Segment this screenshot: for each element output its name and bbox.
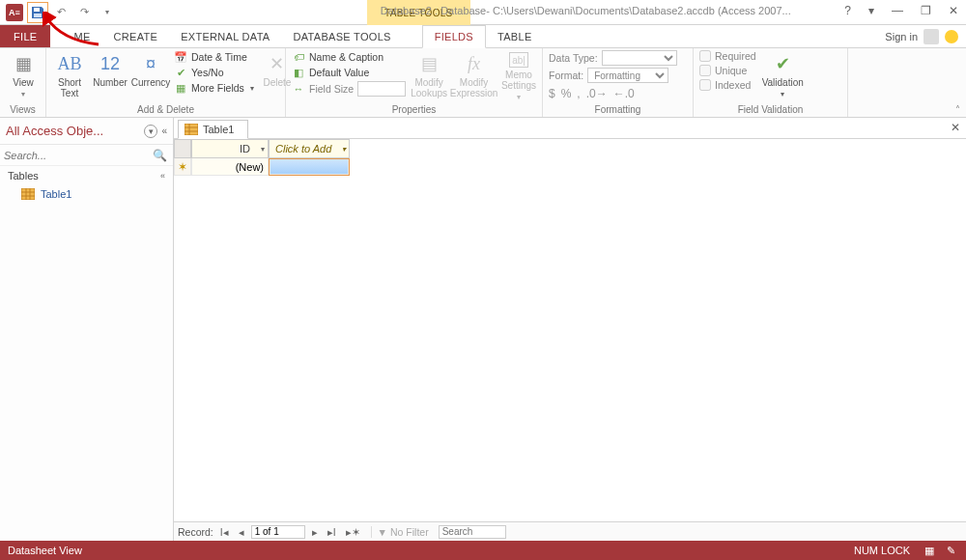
record-label: Record:: [178, 526, 213, 538]
data-type-select[interactable]: [602, 50, 677, 66]
view-button[interactable]: ▦ View ▾: [6, 50, 41, 98]
tab-create[interactable]: CREATE: [102, 25, 170, 47]
table-icon: [21, 188, 35, 200]
last-record-button[interactable]: ▸I: [325, 526, 339, 538]
doc-tab-table1[interactable]: Table1: [178, 120, 248, 139]
currency-button[interactable]: ¤ Currency: [133, 50, 168, 88]
svg-rect-1: [34, 14, 42, 17]
undo-button[interactable]: ↶: [50, 2, 71, 23]
indexed-checkbox[interactable]: Indexed: [699, 79, 756, 91]
more-fields-button[interactable]: ▦More Fields▾: [174, 81, 254, 95]
view-label: View: [13, 77, 34, 88]
nav-search-input[interactable]: [4, 150, 151, 161]
nav-collapse-icon[interactable]: «: [161, 126, 167, 136]
modify-lookups-button: ▤Modify Lookups: [412, 50, 446, 98]
grid-new-row[interactable]: ✶ (New): [174, 158, 966, 176]
group-views-label: Views: [6, 103, 40, 117]
quick-access-toolbar: A≡ ↶ ↷ ▾: [0, 2, 118, 23]
maximize-button[interactable]: ❐: [917, 2, 935, 19]
feedback-smiley-icon[interactable]: [945, 30, 958, 43]
column-header-add[interactable]: Click to Add▾: [269, 139, 350, 158]
default-icon: ◧: [292, 66, 305, 79]
tag-icon: 🏷: [292, 50, 305, 64]
group-validation-label: Field Validation: [699, 103, 841, 117]
tab-database-tools[interactable]: DATABASE TOOLS: [281, 25, 402, 47]
chevron-down-icon[interactable]: ▾: [342, 145, 346, 154]
qa-customize-dropdown[interactable]: ▾: [97, 2, 118, 23]
currency-format-icon: $: [549, 87, 555, 100]
chevron-down-icon[interactable]: ▾: [261, 145, 265, 154]
calendar-icon: 📅: [174, 50, 187, 64]
select-all-cell[interactable]: [174, 139, 191, 158]
group-views: ▦ View ▾ Views: [0, 48, 46, 117]
status-view-label: Datasheet View: [8, 545, 82, 556]
validation-button[interactable]: ✔ Validation ▾: [762, 50, 804, 98]
minimize-button[interactable]: —: [888, 2, 907, 19]
next-record-button[interactable]: ▸: [309, 526, 321, 538]
record-search-input[interactable]: [439, 525, 506, 539]
numlock-indicator: NUM LOCK: [854, 545, 910, 556]
search-icon[interactable]: 🔍: [151, 149, 169, 162]
yes-no-button[interactable]: ✔Yes/No: [174, 66, 254, 79]
new-row-icon: ✶: [178, 160, 187, 174]
tab-file[interactable]: FILE: [0, 25, 50, 47]
document-tabs: Table1 ✕: [174, 118, 966, 139]
group-formatting-label: Formatting: [549, 103, 687, 117]
design-view-icon[interactable]: ✎: [943, 544, 958, 557]
redo-button[interactable]: ↷: [73, 2, 95, 23]
required-checkbox[interactable]: Required: [699, 50, 756, 62]
svg-rect-7: [185, 124, 198, 135]
datasheet-view-icon[interactable]: ▦: [922, 544, 937, 557]
signin-area[interactable]: Sign in: [885, 25, 958, 48]
nav-header[interactable]: All Access Obje... ▾ «: [0, 118, 173, 145]
svg-rect-2: [21, 188, 35, 200]
tab-external-data[interactable]: EXTERNAL DATA: [169, 25, 281, 47]
row-selector[interactable]: ✶: [174, 158, 191, 176]
window-title: Database2 : Database- C:\Users\Dewani\Do…: [381, 5, 791, 16]
modify-expression-button: fxModify Expression: [452, 50, 496, 98]
number-button[interactable]: 12 Number: [93, 50, 128, 88]
group-properties: 🏷Name & Caption ◧Default Value ↔Field Si…: [286, 48, 543, 117]
group-validation: Required Unique Indexed ✔ Validation ▾ F…: [694, 48, 848, 117]
ribbon-collapse-icon[interactable]: ˄: [955, 104, 960, 115]
no-filter-indicator[interactable]: ▼No Filter: [371, 526, 429, 538]
nav-group-tables[interactable]: Tables «: [0, 166, 173, 185]
field-size-icon: ↔: [292, 82, 305, 96]
doc-close-button[interactable]: ✕: [951, 121, 960, 134]
first-record-button[interactable]: I◂: [217, 526, 232, 538]
cell-add-new[interactable]: [269, 158, 350, 176]
comma-format-icon: ,: [577, 87, 580, 100]
ribbon-collapse-button[interactable]: ▾: [865, 2, 878, 19]
tab-table[interactable]: TABLE: [486, 25, 544, 47]
data-type-row: Data Type:: [549, 50, 677, 66]
nav-menu-icon[interactable]: ▾: [144, 125, 157, 138]
group-add-delete-label: Add & Delete: [52, 103, 279, 117]
unique-checkbox[interactable]: Unique: [699, 65, 756, 76]
save-button[interactable]: [27, 2, 48, 23]
format-row: Format: Formatting: [549, 68, 668, 83]
table-icon: [185, 124, 198, 135]
record-position-input[interactable]: [251, 525, 305, 539]
close-button[interactable]: ✕: [945, 2, 962, 19]
add-delete-mini: 📅Date & Time ✔Yes/No ▦More Fields▾: [174, 50, 254, 95]
column-header-id[interactable]: ID▾: [191, 139, 269, 158]
default-value-button: ◧Default Value: [292, 66, 406, 79]
more-fields-icon: ▦: [174, 81, 187, 95]
help-button[interactable]: ?: [840, 2, 855, 19]
datasheet-area: Table1 ✕ ID▾ Click to Add▾ ✶ (New) Recor…: [174, 118, 966, 541]
format-select[interactable]: Formatting: [587, 68, 668, 83]
nav-group-collapse-icon[interactable]: «: [160, 171, 165, 181]
prev-record-button[interactable]: ◂: [236, 526, 247, 538]
name-caption-button: 🏷Name & Caption: [292, 50, 406, 64]
date-time-button[interactable]: 📅Date & Time: [174, 50, 254, 64]
tab-fields[interactable]: FIELDS: [422, 25, 486, 48]
tab-home[interactable]: ME: [50, 25, 101, 47]
short-text-button[interactable]: AB Short Text: [52, 50, 87, 98]
signin-label: Sign in: [885, 31, 918, 42]
filter-icon: ▼: [378, 526, 387, 538]
decrease-decimal-icon: ←.0: [613, 87, 635, 100]
doc-tab-label: Table1: [203, 124, 234, 135]
nav-item-table1[interactable]: Table1: [0, 185, 173, 203]
cell-id-new[interactable]: (New): [191, 158, 269, 176]
new-record-button[interactable]: ▸✶: [343, 526, 363, 538]
